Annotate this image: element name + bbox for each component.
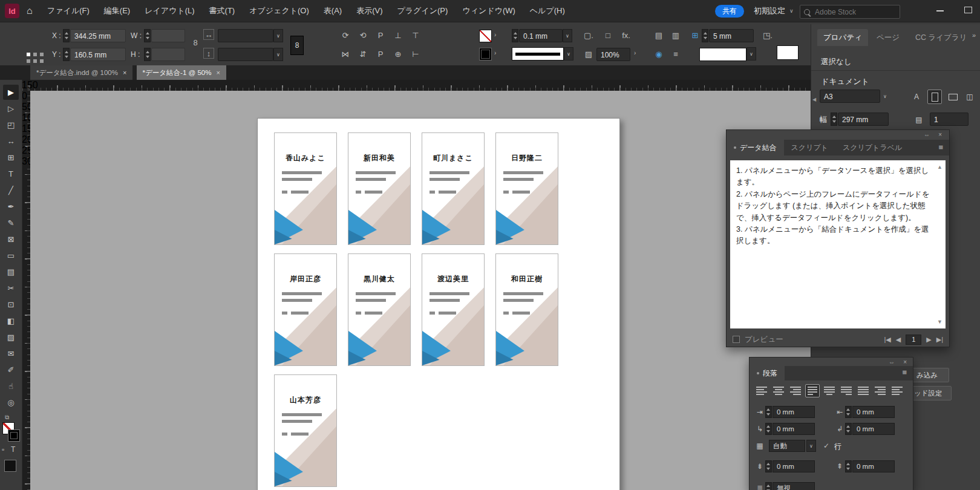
- fill-swatch-none[interactable]: [479, 30, 492, 42]
- fill-flyout-icon[interactable]: ›: [494, 31, 496, 38]
- page-size-chevron-icon[interactable]: ∨: [880, 90, 890, 103]
- business-card[interactable]: 和田正樹: [495, 253, 558, 366]
- justify-last-center-button[interactable]: [822, 384, 837, 397]
- menu-item[interactable]: ファイル(F): [47, 5, 90, 16]
- justify-all-button[interactable]: [856, 384, 871, 397]
- screen-mode-icon[interactable]: [4, 460, 16, 472]
- business-card[interactable]: 山本芳彦: [274, 374, 337, 487]
- space-after-field-stepper[interactable]: [845, 460, 852, 472]
- width-stepper[interactable]: [831, 113, 837, 126]
- menu-item[interactable]: 表示(V): [356, 5, 382, 16]
- stroke-flyout-icon[interactable]: ›: [494, 50, 496, 56]
- document-page[interactable]: 香山みよこ新田和美町川まさこ日野隆二岸田正彦黒川健太渡辺美里和田正樹山本芳彦: [257, 118, 620, 490]
- left-indent-field-stepper[interactable]: [765, 406, 772, 418]
- business-card[interactable]: 渡辺美里: [422, 253, 485, 366]
- left-indent-field[interactable]: 0 mm: [773, 406, 815, 418]
- frame-fitting-icon[interactable]: □: [601, 28, 615, 42]
- scale-y-chevron-icon[interactable]: ∨: [273, 48, 283, 61]
- pencil-tool[interactable]: ✎: [3, 215, 19, 230]
- align-top-icon[interactable]: ⊥: [391, 28, 405, 42]
- units-icon[interactable]: A: [909, 90, 924, 104]
- data-merge-panel-tab[interactable]: データ結合: [727, 140, 784, 155]
- justify-last-left-button[interactable]: [805, 384, 820, 397]
- stroke-swatch-black[interactable]: [479, 48, 492, 60]
- grid-snap-stepper[interactable]: [765, 482, 772, 490]
- eyedropper-tool[interactable]: ✐: [3, 362, 19, 377]
- horizontal-ruler[interactable]: 15010050050100150200250300350400: [22, 80, 811, 91]
- menu-item[interactable]: ウィンドウ(W): [462, 5, 515, 16]
- width-value-field[interactable]: 297 mm: [838, 113, 889, 126]
- note-tool[interactable]: ✉: [3, 346, 19, 361]
- text-wrap-none-icon[interactable]: ▤: [652, 28, 665, 42]
- hand-tool[interactable]: ☝: [3, 379, 19, 394]
- workspace-switcher[interactable]: 初期設定 ∨: [754, 0, 794, 22]
- frame-tool[interactable]: ⊠: [3, 232, 19, 247]
- collapse-dock-icon[interactable]: »: [972, 31, 976, 39]
- toolbar-stroke-swatch[interactable]: [8, 430, 20, 442]
- business-card[interactable]: 香山みよこ: [274, 132, 337, 245]
- right-indent-field[interactable]: 0 mm: [852, 406, 895, 418]
- minimize-icon[interactable]: [936, 10, 944, 11]
- first-record-icon[interactable]: |◀: [884, 336, 890, 344]
- menu-item[interactable]: ヘルプ(H): [530, 5, 565, 16]
- properties-dock-tab[interactable]: ページ: [871, 29, 906, 46]
- grid-snap-field[interactable]: 無視: [773, 482, 815, 490]
- swatch-bar-chevron-icon[interactable]: ∨: [746, 47, 756, 60]
- pen-tool[interactable]: ✒: [3, 199, 19, 214]
- scroll-down-icon[interactable]: ▼: [937, 319, 942, 325]
- type-tool[interactable]: T: [3, 166, 19, 181]
- formatting-container-icon[interactable]: ▫: [2, 445, 4, 454]
- stroke-style-dropdown[interactable]: [512, 47, 564, 60]
- menu-item[interactable]: 書式(T): [209, 5, 235, 16]
- scale-y-field[interactable]: [218, 48, 273, 61]
- y-value-field[interactable]: 160.5 mm: [70, 48, 126, 61]
- stroke-style-chevron-icon[interactable]: ∨: [564, 47, 573, 60]
- flip-vertical-icon[interactable]: ⇵: [356, 47, 370, 60]
- opacity-flyout-icon[interactable]: ›: [634, 50, 636, 56]
- object-style-icon[interactable]: ◉: [652, 47, 665, 60]
- rectangle-tool[interactable]: ▭: [3, 248, 19, 263]
- close-tab-icon[interactable]: ×: [123, 69, 126, 76]
- free-transform-tool[interactable]: ⊡: [3, 297, 19, 312]
- page-size-dropdown[interactable]: A3: [820, 90, 880, 103]
- home-icon[interactable]: ⌂: [27, 0, 33, 22]
- document-tab[interactable]: *データ結合-1 @ 50%×: [137, 65, 226, 80]
- pasteboard[interactable]: 香山みよこ新田和美町川まさこ日野隆二岸田正彦黒川健太渡辺美里和田正樹山本芳彦: [30, 91, 811, 490]
- last-line-indent-field[interactable]: 0 mm: [852, 423, 895, 435]
- business-card[interactable]: 町川まさこ: [422, 132, 485, 245]
- effects-fx-icon[interactable]: fx.: [619, 28, 633, 42]
- share-button[interactable]: 共有: [715, 5, 744, 18]
- default-swatches-icon[interactable]: ⧉: [5, 414, 9, 421]
- menu-item[interactable]: 編集(E): [104, 5, 130, 16]
- h-stepper[interactable]: [144, 48, 151, 61]
- x-value-field[interactable]: 344.25 mm: [70, 29, 126, 42]
- horizontal-grid-tool[interactable]: ▤: [3, 264, 19, 279]
- flip-horizontal-icon[interactable]: ⋈: [339, 47, 352, 60]
- check-icon[interactable]: ✓: [821, 440, 832, 452]
- menu-item[interactable]: レイアウト(L): [145, 5, 194, 16]
- swatch-preview-bar[interactable]: [699, 48, 746, 61]
- search-input[interactable]: [814, 7, 883, 17]
- stroke-weight-chevron-icon[interactable]: ∨: [563, 29, 572, 42]
- tab-paragraph[interactable]: 段落: [750, 366, 785, 381]
- h-value-field[interactable]: [151, 48, 185, 61]
- next-record-icon[interactable]: ▶: [926, 336, 931, 344]
- business-card[interactable]: 新田和美: [348, 132, 411, 245]
- corner-options-icon[interactable]: ▢.: [582, 28, 595, 42]
- dock-collapse-chevron-icon[interactable]: ◀: [812, 97, 816, 102]
- line-grid-chevron-icon[interactable]: ∨: [806, 440, 816, 452]
- w-value-field[interactable]: [151, 29, 185, 42]
- align-center-button[interactable]: [771, 384, 786, 397]
- indesign-logo[interactable]: Id: [5, 4, 19, 18]
- text-wrap-bounding-icon[interactable]: ▥: [669, 28, 682, 42]
- spacing-icon[interactable]: ⊢: [409, 47, 422, 60]
- business-card[interactable]: 黒川健太: [348, 253, 411, 366]
- business-card[interactable]: 岸田正彦: [274, 253, 337, 366]
- align-center-icon[interactable]: ⊕: [391, 47, 405, 60]
- record-number-field[interactable]: 1: [906, 335, 921, 345]
- properties-dock-tab[interactable]: CC ライブラリ: [909, 29, 973, 46]
- rotate-content-icon[interactable]: P: [374, 47, 387, 60]
- scissors-tool[interactable]: ✂: [3, 281, 19, 296]
- rotate-90-icon[interactable]: P: [374, 28, 387, 42]
- constrain-dimensions-icon[interactable]: 8: [189, 36, 202, 49]
